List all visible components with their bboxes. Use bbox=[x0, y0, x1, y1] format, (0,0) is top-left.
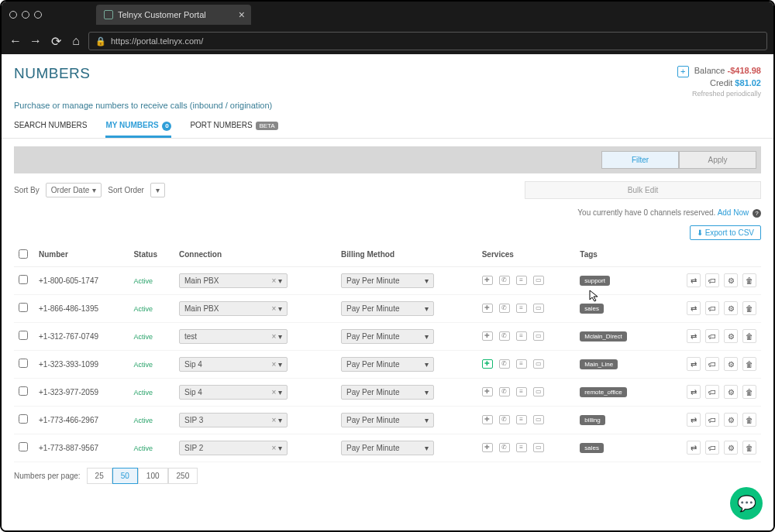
add-balance-button[interactable]: + bbox=[677, 66, 689, 77]
tab-search-numbers[interactable]: SEARCH NUMBERS bbox=[14, 116, 87, 138]
card-icon[interactable]: ▭ bbox=[533, 276, 544, 285]
settings-button[interactable]: ⚙ bbox=[724, 301, 738, 315]
row-checkbox[interactable] bbox=[19, 359, 28, 368]
connection-select[interactable]: SIP 3× ▾ bbox=[179, 413, 288, 427]
bulk-edit-button[interactable]: Bulk Edit bbox=[525, 181, 761, 199]
phone-icon[interactable]: ✆ bbox=[499, 443, 510, 452]
routes-button[interactable]: ⇄ bbox=[687, 357, 701, 371]
card-icon[interactable]: ▭ bbox=[533, 331, 544, 341]
forward-button[interactable]: → bbox=[28, 34, 43, 48]
phone-icon[interactable]: ✆ bbox=[499, 415, 510, 424]
routes-button[interactable]: ⇄ bbox=[687, 385, 701, 399]
settings-button[interactable]: ⚙ bbox=[724, 357, 738, 371]
billing-select[interactable]: Pay Per Minute▾ bbox=[341, 385, 434, 400]
clear-icon[interactable]: × bbox=[271, 416, 276, 424]
sort-order-select[interactable]: ▾ bbox=[150, 183, 165, 197]
card-icon[interactable]: ▭ bbox=[533, 359, 544, 369]
list-icon[interactable]: ≡ bbox=[516, 304, 527, 313]
row-checkbox[interactable] bbox=[19, 414, 28, 424]
clear-icon[interactable]: × bbox=[271, 444, 276, 452]
traffic-dot[interactable] bbox=[22, 11, 29, 19]
traffic-dot[interactable] bbox=[9, 11, 17, 19]
routes-button[interactable]: ⇄ bbox=[687, 301, 701, 315]
list-icon[interactable]: ≡ bbox=[516, 359, 527, 369]
tag-button[interactable]: 🏷 bbox=[705, 357, 719, 371]
e911-icon[interactable]: ✚ bbox=[482, 387, 493, 396]
connection-select[interactable]: Sip 4× ▾ bbox=[179, 385, 288, 400]
e911-icon[interactable]: ✚ bbox=[482, 359, 493, 369]
browser-tab[interactable]: Telnyx Customer Portal × bbox=[96, 5, 251, 25]
phone-icon[interactable]: ✆ bbox=[499, 387, 510, 396]
apply-button[interactable]: Apply bbox=[679, 151, 756, 169]
settings-button[interactable]: ⚙ bbox=[724, 385, 738, 399]
card-icon[interactable]: ▭ bbox=[533, 387, 544, 396]
settings-button[interactable]: ⚙ bbox=[724, 441, 738, 455]
page-size-option[interactable]: 100 bbox=[138, 468, 168, 484]
list-icon[interactable]: ≡ bbox=[516, 443, 527, 452]
clear-icon[interactable]: × bbox=[271, 332, 276, 341]
back-button[interactable]: ← bbox=[8, 34, 23, 48]
close-icon[interactable]: × bbox=[239, 9, 245, 20]
settings-button[interactable]: ⚙ bbox=[724, 413, 738, 427]
settings-button[interactable]: ⚙ bbox=[724, 273, 738, 287]
clear-icon[interactable]: × bbox=[271, 388, 276, 396]
list-icon[interactable]: ≡ bbox=[516, 415, 527, 424]
page-size-option[interactable]: 25 bbox=[87, 468, 112, 484]
e911-icon[interactable]: ✚ bbox=[482, 415, 493, 424]
tag-button[interactable]: 🏷 bbox=[705, 329, 719, 343]
connection-select[interactable]: test× ▾ bbox=[179, 329, 288, 344]
row-checkbox[interactable] bbox=[19, 303, 28, 312]
tag-button[interactable]: 🏷 bbox=[705, 413, 719, 427]
tag-button[interactable]: 🏷 bbox=[705, 301, 719, 315]
delete-button[interactable]: 🗑 bbox=[742, 385, 756, 399]
phone-icon[interactable]: ✆ bbox=[499, 359, 510, 369]
card-icon[interactable]: ▭ bbox=[533, 415, 544, 424]
connection-select[interactable]: Main PBX× ▾ bbox=[179, 301, 288, 316]
e911-icon[interactable]: ✚ bbox=[482, 331, 493, 341]
tab-port-numbers[interactable]: PORT NUMBERS BETA bbox=[190, 116, 277, 138]
e911-icon[interactable]: ✚ bbox=[482, 304, 493, 313]
add-now-link[interactable]: Add Now bbox=[718, 208, 749, 217]
billing-select[interactable]: Pay Per Minute▾ bbox=[341, 441, 434, 455]
traffic-dot[interactable] bbox=[34, 11, 42, 19]
clear-icon[interactable]: × bbox=[271, 304, 276, 313]
reload-button[interactable]: ⟳ bbox=[48, 34, 64, 49]
phone-icon[interactable]: ✆ bbox=[499, 304, 510, 313]
delete-button[interactable]: 🗑 bbox=[742, 413, 756, 427]
billing-select[interactable]: Pay Per Minute▾ bbox=[341, 329, 434, 344]
delete-button[interactable]: 🗑 bbox=[742, 441, 756, 455]
billing-select[interactable]: Pay Per Minute▾ bbox=[341, 301, 434, 316]
connection-select[interactable]: Sip 4× ▾ bbox=[179, 357, 288, 372]
chat-button[interactable]: 💬 bbox=[730, 487, 763, 520]
list-icon[interactable]: ≡ bbox=[516, 387, 527, 396]
tab-my-numbers[interactable]: MY NUMBERS 0 bbox=[105, 116, 171, 138]
routes-button[interactable]: ⇄ bbox=[687, 413, 701, 427]
routes-button[interactable]: ⇄ bbox=[687, 273, 701, 287]
row-checkbox[interactable] bbox=[19, 386, 28, 396]
billing-select[interactable]: Pay Per Minute▾ bbox=[341, 357, 434, 372]
e911-icon[interactable]: ✚ bbox=[482, 276, 493, 285]
page-size-option[interactable]: 50 bbox=[112, 468, 138, 484]
tag-button[interactable]: 🏷 bbox=[705, 441, 719, 455]
clear-icon[interactable]: × bbox=[271, 360, 276, 369]
routes-button[interactable]: ⇄ bbox=[687, 329, 701, 343]
info-icon[interactable]: ? bbox=[753, 209, 761, 218]
filter-button[interactable]: Filter bbox=[601, 151, 679, 169]
clear-icon[interactable]: × bbox=[271, 276, 276, 285]
delete-button[interactable]: 🗑 bbox=[742, 329, 756, 343]
delete-button[interactable]: 🗑 bbox=[742, 273, 756, 287]
connection-select[interactable]: Main PBX× ▾ bbox=[179, 273, 288, 288]
tag-button[interactable]: 🏷 bbox=[705, 385, 719, 399]
routes-button[interactable]: ⇄ bbox=[687, 441, 701, 455]
delete-button[interactable]: 🗑 bbox=[742, 301, 756, 315]
list-icon[interactable]: ≡ bbox=[516, 276, 527, 285]
url-input[interactable]: 🔒 https://portal.telnyx.com/ bbox=[88, 32, 767, 50]
billing-select[interactable]: Pay Per Minute▾ bbox=[341, 273, 434, 288]
phone-icon[interactable]: ✆ bbox=[499, 276, 510, 285]
card-icon[interactable]: ▭ bbox=[533, 304, 544, 313]
billing-select[interactable]: Pay Per Minute▾ bbox=[341, 413, 434, 427]
row-checkbox[interactable] bbox=[19, 442, 28, 451]
row-checkbox[interactable] bbox=[19, 275, 28, 284]
sort-by-select[interactable]: Order Date ▾ bbox=[46, 183, 102, 197]
card-icon[interactable]: ▭ bbox=[533, 443, 544, 452]
